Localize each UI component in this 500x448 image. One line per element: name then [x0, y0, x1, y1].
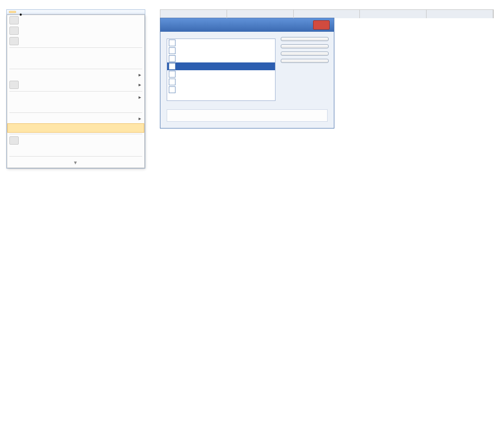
- menu-bar-item[interactable]: [23, 11, 31, 13]
- checkbox[interactable]: [169, 47, 176, 54]
- separator: [9, 91, 142, 92]
- list-item[interactable]: [167, 70, 275, 78]
- checkbox[interactable]: [169, 40, 176, 46]
- chevron-right-icon: ▸: [139, 81, 141, 88]
- separator: [9, 134, 142, 134]
- menu-bar-item[interactable]: [31, 11, 38, 13]
- dropdown-menu: ▸ ▸ ▸ ▸ ▾: [7, 15, 145, 168]
- checkbox[interactable]: [169, 86, 176, 93]
- list-item[interactable]: [167, 39, 275, 47]
- separator: [9, 156, 142, 157]
- menu-item[interactable]: [7, 102, 144, 111]
- generic-icon: [9, 27, 19, 35]
- description-box: [167, 109, 328, 122]
- figure-row: ▸ ▸ ▸ ▸ ▾: [6, 9, 494, 169]
- blank-icon: [9, 94, 18, 101]
- checkbox[interactable]: [169, 55, 176, 62]
- blank-icon: [9, 59, 18, 67]
- separator: [9, 47, 142, 48]
- ok-button[interactable]: [281, 37, 329, 41]
- blank-icon: [9, 103, 18, 110]
- chevron-right-icon: ▸: [139, 94, 141, 101]
- generic-icon: [9, 16, 19, 24]
- chevron-right-icon: ▸: [139, 115, 141, 122]
- col-header: [427, 10, 493, 18]
- addins-list[interactable]: ✓: [167, 39, 276, 101]
- menu-item-selected[interactable]: [7, 123, 144, 133]
- menu-item[interactable]: ▸: [7, 93, 144, 102]
- menu-bar-item[interactable]: [9, 11, 16, 13]
- menu-item[interactable]: ▸: [7, 80, 144, 90]
- checkbox[interactable]: [169, 79, 176, 85]
- menu-item[interactable]: ▸: [7, 70, 144, 80]
- automation-button[interactable]: [281, 59, 329, 63]
- menu-item[interactable]: [7, 25, 144, 36]
- separator: [9, 112, 142, 113]
- menu-item[interactable]: [7, 146, 144, 155]
- menu-bar: [7, 10, 145, 15]
- generic-icon: [9, 37, 19, 45]
- list-item[interactable]: [167, 86, 275, 94]
- menu-item[interactable]: [7, 15, 144, 25]
- blank-icon: [9, 50, 18, 57]
- checkbox-checked[interactable]: ✓: [169, 63, 176, 70]
- menu-item[interactable]: [7, 36, 144, 46]
- dialog-titlebar: [160, 18, 334, 32]
- col-header: [160, 10, 227, 18]
- list-item[interactable]: [167, 55, 275, 62]
- blank-icon: [9, 124, 18, 132]
- dialog-holder: ✓: [160, 9, 494, 129]
- col-header: [360, 10, 427, 18]
- cancel-button[interactable]: [281, 44, 329, 48]
- menu-expand[interactable]: ▾: [7, 158, 144, 168]
- separator: [9, 69, 142, 69]
- list-item-selected[interactable]: ✓: [167, 62, 275, 70]
- chevron-right-icon: ▸: [139, 71, 141, 79]
- list-item[interactable]: [167, 78, 275, 86]
- blank-icon: [9, 71, 18, 79]
- menu-item[interactable]: [7, 135, 144, 146]
- generic-icon: [9, 81, 19, 89]
- menu-item[interactable]: ▸: [7, 114, 144, 123]
- tools-menu-screenshot: ▸ ▸ ▸ ▸ ▾: [6, 9, 145, 169]
- generic-icon: [9, 136, 19, 145]
- menu-item[interactable]: [7, 49, 144, 58]
- col-header: [294, 10, 360, 18]
- close-button[interactable]: [313, 20, 330, 30]
- browse-button[interactable]: [281, 52, 329, 56]
- list-item[interactable]: [167, 47, 275, 55]
- menu-bar-item[interactable]: [38, 11, 45, 13]
- checkbox[interactable]: [169, 71, 176, 78]
- menu-item[interactable]: [7, 58, 144, 68]
- sheet-column-headers: [160, 9, 494, 18]
- blank-icon: [9, 115, 18, 122]
- blank-icon: [9, 147, 18, 154]
- col-header: [227, 10, 294, 18]
- addins-dialog: ✓: [160, 18, 334, 129]
